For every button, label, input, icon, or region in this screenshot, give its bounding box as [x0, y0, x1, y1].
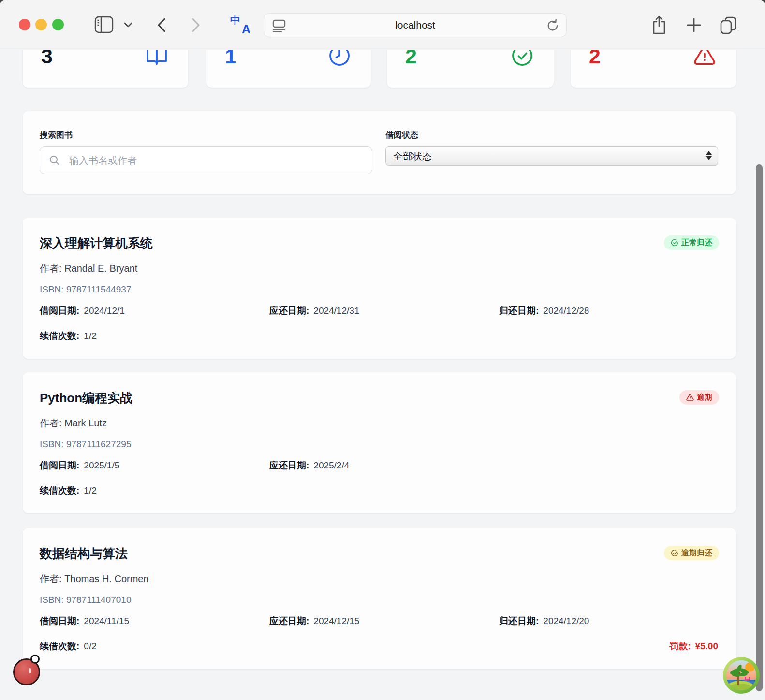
- new-tab-button[interactable]: [685, 16, 703, 34]
- status-label: 借阅状态: [385, 130, 418, 141]
- status-badge: 逾期归还: [664, 546, 719, 560]
- browser-window: 3 1 2 2 搜索图书 借阅状态 全部状态: [0, 0, 765, 700]
- search-label: 搜索图书: [40, 130, 73, 141]
- due-date: 应还日期:2024/12/15: [269, 615, 359, 627]
- cursor-dot-small: [30, 655, 40, 664]
- status-select[interactable]: 全部状态: [385, 146, 718, 166]
- translate-button[interactable]: 中 A: [230, 15, 251, 35]
- return-date: 归还日期:2024/12/20: [499, 615, 589, 627]
- share-button[interactable]: [650, 14, 668, 36]
- show-tabs-button[interactable]: [719, 15, 738, 35]
- forward-arrow-icon: [191, 18, 200, 32]
- borrow-date: 借阅日期:2024/12/1: [40, 305, 125, 317]
- filter-panel: 搜索图书 借阅状态 全部状态: [23, 111, 736, 194]
- search-input[interactable]: [68, 147, 365, 174]
- search-field: [40, 146, 372, 174]
- book-author: 作者: Randal E. Bryant: [40, 262, 137, 275]
- borrow-date: 借阅日期:2025/1/5: [40, 459, 119, 472]
- reload-button[interactable]: [546, 19, 559, 34]
- fine-amount: 罚款:¥5.00: [669, 640, 718, 653]
- search-icon: [49, 155, 60, 168]
- status-badge-label: 逾期: [697, 393, 712, 403]
- plus-icon: [686, 17, 702, 33]
- zoom-window-button[interactable]: [52, 19, 64, 30]
- renew-count: 续借次数:0/2: [40, 640, 97, 653]
- url-bar[interactable]: localhost: [264, 13, 567, 37]
- status-badge: 逾期: [679, 390, 719, 405]
- toolbar-chevron-down-icon[interactable]: [122, 20, 134, 29]
- sidebar-icon: [94, 16, 114, 33]
- book-isbn: ISBN: 9787111544937: [40, 284, 131, 295]
- island-app-icon[interactable]: [722, 656, 760, 694]
- book-isbn: ISBN: 9787111627295: [40, 439, 131, 450]
- translate-icon: 中: [230, 14, 240, 27]
- book-title: 数据结构与算法: [40, 545, 128, 562]
- book-isbn: ISBN: 9787111407010: [40, 595, 131, 605]
- status-badge: 正常归还: [664, 235, 719, 250]
- back-arrow-icon: [157, 18, 166, 32]
- borrow-date: 借阅日期:2024/11/15: [40, 615, 129, 627]
- badge-check-icon: [671, 549, 678, 557]
- forward-button[interactable]: [188, 17, 204, 33]
- status-badge-label: 逾期归还: [681, 548, 712, 558]
- due-date: 应还日期:2024/12/31: [269, 305, 359, 317]
- book-title: Python编程实战: [40, 390, 132, 407]
- book-author: 作者: Mark Lutz: [40, 417, 107, 430]
- select-spinner-icon: [706, 151, 712, 160]
- book-author: 作者: Thomas H. Cormen: [40, 572, 149, 585]
- book-card: Python编程实战 逾期 作者: Mark Lutz ISBN: 978711…: [23, 372, 736, 513]
- badge-check-icon: [671, 239, 678, 247]
- book-card: 深入理解计算机系统 正常归还 作者: Randal E. Bryant ISBN…: [23, 218, 736, 359]
- status-select-value: 全部状态: [393, 147, 432, 165]
- minimize-window-button[interactable]: [35, 19, 47, 30]
- scrollbar-thumb[interactable]: [756, 164, 763, 691]
- renew-count: 续借次数:1/2: [40, 484, 97, 497]
- due-date: 应还日期:2025/2/4: [269, 459, 349, 472]
- book-card: 数据结构与算法 逾期归还 作者: Thomas H. Cormen ISBN: …: [23, 528, 736, 669]
- badge-alert-icon: [686, 394, 694, 401]
- status-badge-label: 正常归还: [681, 238, 712, 248]
- back-button[interactable]: [154, 17, 169, 33]
- return-date: 归还日期:2024/12/28: [499, 305, 589, 317]
- url-text: localhost: [264, 14, 566, 37]
- share-icon: [652, 15, 666, 35]
- renew-count: 续借次数:1/2: [40, 330, 97, 342]
- book-title: 深入理解计算机系统: [40, 235, 153, 252]
- browser-toolbar: 中 A localhost: [0, 0, 765, 50]
- sidebar-toggle-button[interactable]: [93, 14, 115, 35]
- tabs-icon: [720, 16, 737, 34]
- palm-island-icon: [722, 656, 760, 694]
- close-window-button[interactable]: [19, 19, 30, 30]
